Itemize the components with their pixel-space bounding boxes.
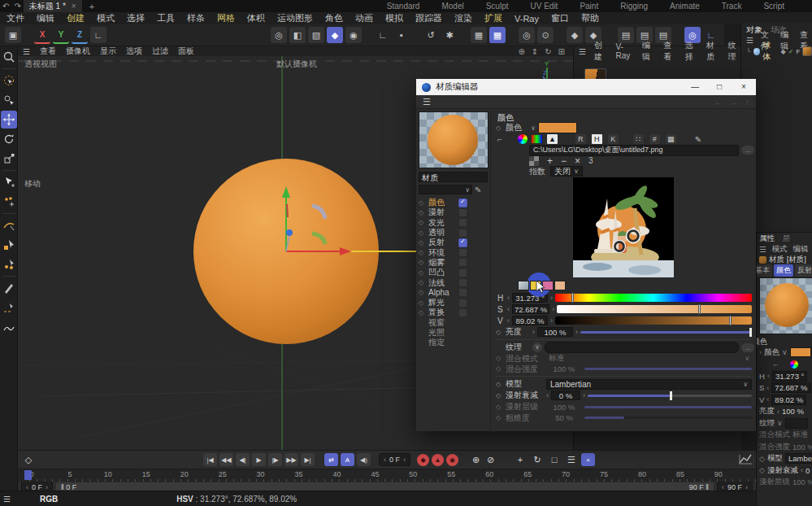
material-subtab[interactable]: 反射 xyxy=(795,264,812,277)
channel-checkbox[interactable] xyxy=(458,218,467,227)
h-value[interactable]: 31.273 ° xyxy=(772,371,808,382)
coord-icon[interactable]: ∟ xyxy=(375,27,391,43)
menu-item[interactable]: V-Ray xyxy=(515,14,539,24)
status-menu-icon[interactable]: ☰ xyxy=(3,495,11,504)
fcurve-icon[interactable] xyxy=(738,453,753,466)
material-name-input[interactable]: 材质 xyxy=(419,172,488,182)
material-manager-menu-item[interactable]: 纹理 xyxy=(728,40,741,63)
menu-item[interactable]: 窗口 xyxy=(551,12,569,24)
falloff-dec[interactable]: ‹ xyxy=(546,391,549,399)
edit-pencil-icon[interactable]: ✎ xyxy=(475,185,481,194)
menu-item[interactable]: 工具 xyxy=(157,12,175,24)
channel-row[interactable]: ◇ 漫射 xyxy=(419,207,488,217)
channel-checkbox[interactable] xyxy=(458,229,467,238)
channel-row[interactable]: ◇ Alpha xyxy=(419,288,488,298)
pen-dash-icon[interactable] xyxy=(1,299,17,316)
v-value[interactable]: 89.02 % xyxy=(771,395,806,405)
object-manager-menu-icon[interactable]: ☰ xyxy=(746,36,753,45)
remove-copy-icon[interactable]: − xyxy=(561,155,567,167)
scale-tool-icon[interactable] xyxy=(1,150,17,168)
layout-preset[interactable]: Script xyxy=(763,2,784,11)
material-manager-menu-item[interactable]: 查看 xyxy=(663,40,676,63)
menu-item[interactable]: 帮助 xyxy=(581,12,599,24)
key-parameter-icon[interactable]: ☰ xyxy=(564,453,579,466)
h-dec[interactable]: ‹ xyxy=(507,294,510,302)
menu-item[interactable]: 跟踪器 xyxy=(415,12,442,24)
flag-icon[interactable]: F xyxy=(796,48,800,55)
menu-item[interactable]: 渲染 xyxy=(454,12,472,24)
image-chip[interactable] xyxy=(518,281,529,290)
attribute-tab[interactable]: 属性 xyxy=(759,233,775,244)
material-manager-menu-item[interactable]: V-Ray xyxy=(615,42,633,60)
tweak-tool-icon[interactable] xyxy=(1,91,17,109)
menu-item[interactable]: 网格 xyxy=(217,12,235,24)
channel-row[interactable]: ◇ 置换 xyxy=(419,308,488,317)
keying-settings-icon[interactable]: ◉ xyxy=(446,454,458,466)
playback-button[interactable]: ▶| xyxy=(301,453,315,466)
falloff-inc[interactable]: › xyxy=(583,391,585,399)
live-selection-icon[interactable] xyxy=(1,72,17,89)
channel-row[interactable]: ◇ 烟雾 xyxy=(419,258,488,268)
magnify-icon[interactable] xyxy=(1,48,17,66)
key-selection-icon[interactable]: ⊕ xyxy=(470,454,482,466)
pen-points-icon[interactable] xyxy=(1,255,17,273)
sound-toggle-icon[interactable]: ◀) xyxy=(357,453,371,466)
channel-row[interactable]: ◇ 发光 xyxy=(419,218,488,228)
document-tab[interactable]: 未标题 1 * × xyxy=(24,0,82,12)
hexagon-tool-icon[interactable]: ◆ xyxy=(567,27,583,43)
menu-item[interactable]: 扩展 xyxy=(484,12,502,24)
snap-enabled-icon[interactable]: ▦ xyxy=(489,27,506,43)
mosaic-icon[interactable] xyxy=(529,156,539,166)
channel-label[interactable]: 法线 xyxy=(428,277,455,289)
channel-checkbox[interactable] xyxy=(458,308,467,317)
menu-item[interactable]: 创建 xyxy=(67,12,85,24)
reset-view-icon[interactable]: ↺ xyxy=(423,27,439,43)
texture-tag-icon[interactable] xyxy=(802,46,812,56)
playback-button[interactable]: ▶▶ xyxy=(284,453,298,466)
rotate-tool-icon[interactable] xyxy=(1,130,17,148)
maximize-button[interactable]: □ xyxy=(707,79,732,95)
attr-material-preview[interactable] xyxy=(759,277,812,334)
key-rotation-icon[interactable]: ↻ xyxy=(530,453,545,466)
v-value[interactable]: 89.02 % xyxy=(512,316,548,325)
menu-item[interactable]: 文件 xyxy=(7,12,24,24)
up-icon[interactable]: ↑ xyxy=(745,98,749,107)
layout-preset[interactable]: Rigging xyxy=(620,2,648,11)
channel-row[interactable]: ◇ 反射 xyxy=(419,238,488,247)
v-dec[interactable]: ‹ xyxy=(507,316,510,325)
viewport-layout-icon[interactable]: ▣ xyxy=(5,27,21,43)
minimize-button[interactable]: — xyxy=(683,79,707,95)
channel-checkbox[interactable] xyxy=(458,278,467,287)
model-select[interactable]: Lambertian ∨ xyxy=(546,379,752,390)
preview-type-select[interactable]: ∨ xyxy=(419,185,472,194)
texture-field[interactable] xyxy=(785,418,808,429)
texture-input[interactable] xyxy=(545,342,739,353)
add-copy-icon[interactable]: + xyxy=(547,155,553,167)
attribute-menu-item[interactable]: 编辑 xyxy=(793,244,809,255)
grid-snap-icon[interactable]: ▦ xyxy=(471,27,487,43)
key-position-icon[interactable]: + xyxy=(513,453,528,466)
material-subtab[interactable]: 颜色 xyxy=(774,264,793,277)
layout-preset[interactable]: Animate xyxy=(670,2,700,11)
delete-icon[interactable]: × xyxy=(575,155,580,167)
image-mode-icon[interactable]: ▲ xyxy=(546,133,558,145)
channel-label[interactable]: Alpha xyxy=(428,288,455,297)
expand-caret-icon[interactable]: ∨ xyxy=(531,124,536,132)
attribute-tab[interactable]: 层 xyxy=(783,233,791,244)
channel-row[interactable]: ◇ 法线 xyxy=(419,277,488,287)
saturation-slider-handle[interactable] xyxy=(698,304,701,314)
generator-icon[interactable]: ◉ xyxy=(345,27,362,43)
exponent-select[interactable]: 关闭∨ xyxy=(550,166,583,177)
hsv-mode-button[interactable]: H xyxy=(591,133,603,145)
material-manager-menu-item[interactable]: 选择 xyxy=(685,40,698,63)
eyedropper-icon[interactable]: ✎ xyxy=(695,135,701,144)
channel-checkbox[interactable] xyxy=(458,238,467,247)
falloff-value[interactable]: 0 % xyxy=(805,466,812,475)
hue-slider-handle[interactable] xyxy=(571,293,574,303)
axis-lock-z-button[interactable]: Z xyxy=(72,26,88,44)
v-dec[interactable]: ‹ xyxy=(766,395,769,403)
brightness-value[interactable]: 100 % xyxy=(537,327,573,337)
spline-pen-icon[interactable] xyxy=(1,216,17,234)
h-dec[interactable]: ‹ xyxy=(767,372,770,380)
s-dec[interactable]: ‹ xyxy=(507,305,510,313)
